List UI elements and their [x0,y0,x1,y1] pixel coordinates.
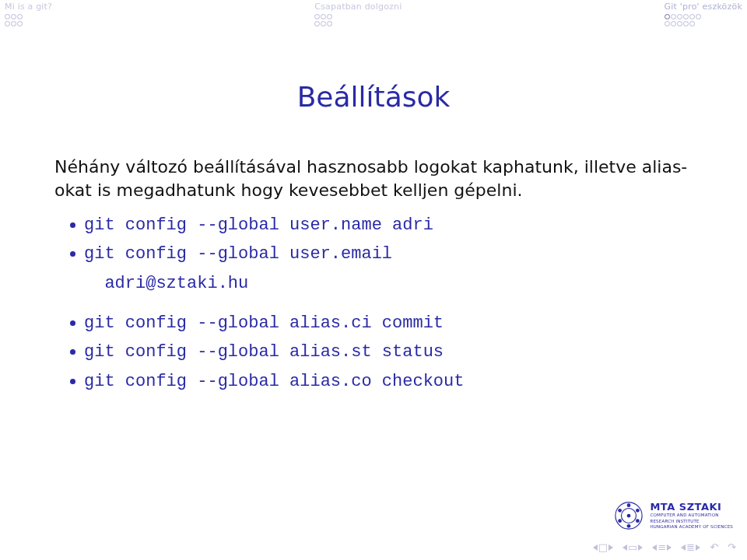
svg-point-6 [627,524,631,528]
nav-section-prev-next[interactable]: ≣ [681,542,700,552]
logo-sub2: RESEARCH INSTITUTE [650,520,733,524]
nav-back-forward[interactable]: ↶ [710,542,718,552]
nav-slide-prev-next[interactable]: □ [593,542,613,552]
section-1[interactable]: Mi is a git? [3,0,54,34]
logo-sub3: HUNGARIAN ACADEMY OF SCIENCES [650,525,733,530]
list-item: git config --global alias.co checkout [70,367,693,396]
section-3-label: Git 'pro' eszközök [663,2,744,12]
svg-point-5 [636,519,640,523]
list-item: git config --global user.email adri@szta… [70,240,693,298]
nav-subsection-prev-next[interactable]: ≡ [652,542,672,552]
beamer-nav: □ ▭ ≡ ≣ ↶ ↷ [593,542,736,552]
logo-sub1: COMPUTER AND AUTOMATION [650,513,733,518]
nav-frame-prev-next[interactable]: ▭ [622,542,643,552]
nav-search[interactable]: ↷ [728,542,736,552]
bullet-list: git config --global user.name adri git c… [54,211,693,298]
section-2[interactable]: Csapatban dolgozni [313,0,403,34]
section-1-dots [3,14,54,26]
list-item: git config --global alias.st status [70,338,693,366]
sztaki-logo-icon [614,501,644,530]
svg-point-8 [619,509,622,513]
section-3[interactable]: Git 'pro' eszközök [663,0,744,34]
section-nav: Mi is a git? Csapatban dolgozni Git 'pro… [0,0,747,34]
svg-point-3 [627,503,631,507]
svg-point-7 [619,519,622,523]
section-2-dots [313,14,403,26]
slide-paragraph: Néhány változó beállításával hasznosabb … [54,156,693,203]
bullet-list: git config --global alias.ci commit git … [54,309,693,396]
org-logo-text: MTA SZTAKI COMPUTER AND AUTOMATION RESEA… [650,502,733,530]
section-3-dots [663,14,744,26]
org-logo: MTA SZTAKI COMPUTER AND AUTOMATION RESEA… [614,501,733,530]
svg-point-2 [627,514,631,518]
slide-title: Beállítások [54,81,693,113]
logo-name: MTA SZTAKI [650,502,733,512]
list-item: git config --global alias.ci commit [70,309,693,338]
slide-body: Beállítások Néhány változó beállításával… [0,34,747,529]
list-item: git config --global user.name adri [70,211,693,240]
section-2-label: Csapatban dolgozni [313,2,403,12]
section-1-label: Mi is a git? [3,2,54,12]
svg-point-4 [636,509,640,513]
